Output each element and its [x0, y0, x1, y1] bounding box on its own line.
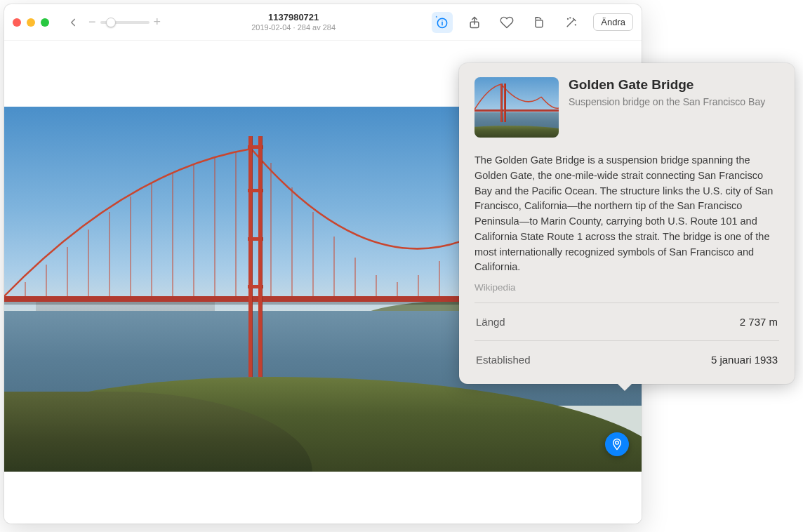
- edit-button[interactable]: Ändra: [593, 13, 633, 31]
- popover-title-block: Golden Gate Bridge Suspension bridge on …: [569, 77, 765, 138]
- popover-thumbnail: [474, 77, 559, 138]
- enhance-button[interactable]: [561, 12, 582, 33]
- svg-point-35: [616, 441, 619, 445]
- row-label: Längd: [476, 316, 505, 328]
- svg-point-5: [568, 18, 569, 19]
- popover-header: Golden Gate Bridge Suspension bridge on …: [474, 77, 779, 138]
- popover-source[interactable]: Wikipedia: [474, 282, 779, 293]
- chevron-left-icon: [67, 16, 79, 29]
- row-label: Established: [476, 354, 531, 366]
- fullscreen-window-button[interactable]: [41, 18, 49, 27]
- popover-row-length: Längd 2 737 m: [474, 302, 779, 340]
- share-icon: [467, 15, 482, 29]
- row-value: 2 737 m: [740, 316, 778, 328]
- photo-date: 2019-02-04: [251, 23, 291, 32]
- minimize-window-button[interactable]: [27, 18, 35, 27]
- titlebar: − + 1137980721 2019-02-04 · 284 av 284: [4, 4, 642, 41]
- svg-rect-4: [536, 20, 543, 27]
- photo-title: 1137980721: [166, 12, 420, 23]
- title-block: 1137980721 2019-02-04 · 284 av 284: [166, 12, 420, 33]
- zoom-out-icon[interactable]: −: [88, 15, 96, 29]
- svg-point-2: [442, 20, 443, 20]
- rotate-icon: [532, 15, 546, 29]
- back-button[interactable]: [63, 13, 83, 32]
- row-value: 5 januari 1933: [711, 354, 778, 366]
- popover-subtitle: Suspension bridge on the San Francisco B…: [569, 95, 765, 108]
- photo-counter: 284 av 284: [298, 23, 336, 32]
- popover-description: The Golden Gate Bridge is a suspension b…: [474, 153, 779, 275]
- popover-title: Golden Gate Bridge: [569, 77, 765, 93]
- heart-icon: [500, 15, 514, 29]
- close-window-button[interactable]: [13, 18, 21, 27]
- wand-icon: [564, 15, 578, 29]
- info-popover: Golden Gate Bridge Suspension bridge on …: [459, 63, 795, 384]
- popover-row-established: Established 5 januari 1933: [474, 340, 779, 378]
- window-controls: [13, 18, 49, 27]
- map-pin-icon: [611, 438, 623, 451]
- svg-point-7: [570, 17, 571, 18]
- zoom-control[interactable]: − +: [88, 15, 161, 29]
- zoom-slider[interactable]: [100, 21, 150, 24]
- info-sparkle-icon: [435, 15, 449, 29]
- rotate-button[interactable]: [529, 12, 550, 33]
- svg-point-6: [576, 24, 576, 25]
- toolbar: Ändra: [432, 12, 633, 33]
- share-button[interactable]: [464, 12, 485, 33]
- favorite-button[interactable]: [496, 12, 517, 33]
- photo-subtitle: 2019-02-04 · 284 av 284: [166, 23, 420, 32]
- zoom-in-icon[interactable]: +: [154, 15, 161, 29]
- location-pin-button[interactable]: [605, 432, 629, 456]
- zoom-thumb[interactable]: [106, 18, 116, 27]
- info-button[interactable]: [432, 12, 453, 33]
